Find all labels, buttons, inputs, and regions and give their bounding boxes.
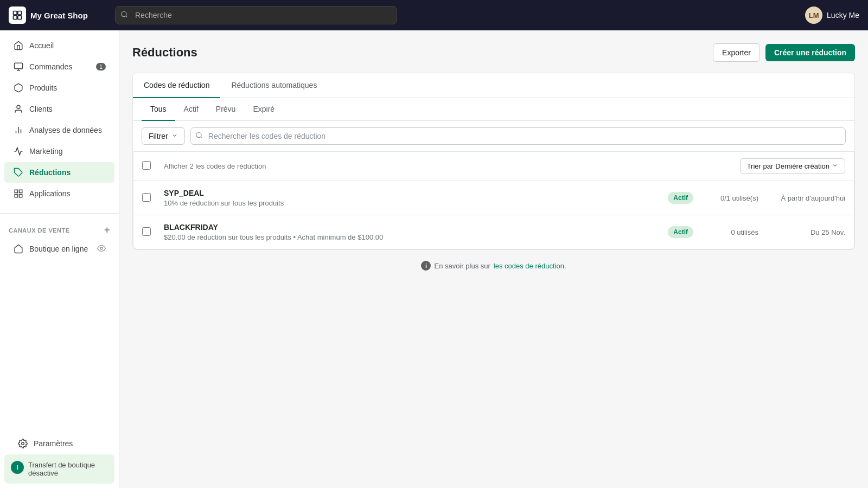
status-tab-actif[interactable]: Actif [175,98,207,121]
svg-line-21 [200,137,202,138]
search-bar[interactable] [115,6,397,24]
main-tabs: Codes de réduction Réductions automatiqu… [133,73,854,98]
row-checkbox[interactable] [142,227,151,236]
status-tab-tous[interactable]: Tous [142,98,175,121]
tab-reductions-automatiques[interactable]: Réductions automatiques [220,73,328,98]
table-header: Afficher 2 les codes de réduction Trier … [133,152,854,181]
row-checkbox-col[interactable] [142,193,164,203]
sidebar-item-label: Commandes [29,62,72,71]
svg-point-18 [100,247,103,249]
sidebar-item-marketing[interactable]: Marketing [4,141,114,162]
table-select-label: Afficher 2 les codes de réduction [164,162,740,170]
sidebar-item-label: Boutique en ligne [29,245,88,253]
clients-icon [13,104,24,114]
sidebar-item-produits[interactable]: Produits [4,78,114,98]
store-icon [13,243,24,254]
transfer-info-icon: i [11,461,24,474]
svg-rect-16 [20,195,22,197]
info-bar: i En savoir plus sur les codes de réduct… [132,250,855,281]
discount-date: À partir d'aujourd'hui [758,194,845,202]
analytics-icon [13,125,24,136]
search-input[interactable] [115,6,397,24]
sidebar: Accueil Commandes 1 Produits [0,30,119,488]
svg-line-5 [126,16,127,17]
svg-rect-1 [18,11,22,15]
discount-search[interactable] [190,127,846,145]
shop-logo-icon [9,7,26,24]
orders-icon [13,61,24,72]
discount-search-input[interactable] [190,127,846,145]
page-header: Réductions Exporter Créer une réduction [132,43,855,62]
info-link[interactable]: les codes de réduction. [494,262,566,270]
sales-channels-title: CANAUX DE VENTE + [0,218,119,238]
status-badge: Actif [668,226,693,238]
svg-rect-14 [15,190,17,192]
row-checkbox[interactable] [142,193,151,202]
select-all-checkbox[interactable] [142,161,151,170]
sidebar-item-clients[interactable]: Clients [4,99,114,119]
sidebar-item-analyses[interactable]: Analyses de données [4,120,114,140]
home-icon [13,40,24,51]
svg-point-19 [22,442,24,445]
sidebar-item-label: Marketing [29,147,62,156]
sidebar-item-label: Analyses de données [29,126,102,134]
svg-rect-2 [14,16,17,20]
info-icon: i [421,261,431,271]
discount-description: 10% de réduction sur tous les produits [164,199,668,207]
sidebar-item-reductions[interactable]: Réductions [4,162,114,183]
sidebar-item-commandes[interactable]: Commandes 1 [4,56,114,77]
filter-chevron-icon [171,132,178,140]
export-button[interactable]: Exporter [713,43,760,62]
discount-info: SYP_DEAL 10% de réduction sur tous les p… [164,189,668,207]
create-reduction-button[interactable]: Créer une réduction [765,44,855,61]
sort-button[interactable]: Trier par Dernière création [740,158,845,174]
discounts-table: Afficher 2 les codes de réduction Trier … [133,152,854,249]
main-content: Réductions Exporter Créer une réduction … [119,30,868,488]
discount-info: BLACKFRIDAY $20.00 de réduction sur tous… [164,223,668,241]
header-actions: Exporter Créer une réduction [713,43,855,62]
apps-icon [13,188,24,199]
search-icon [120,11,128,20]
reductions-icon [13,167,24,178]
filter-button[interactable]: Filtrer [142,127,185,145]
discount-name: SYP_DEAL [164,189,668,197]
boutique-visibility-icon[interactable] [97,244,106,254]
discount-name: BLACKFRIDAY [164,223,668,232]
user-name: Lucky Me [827,11,859,20]
sidebar-item-label: Paramètres [34,439,73,448]
sidebar-item-label: Produits [29,84,57,92]
shop-logo[interactable]: My Great Shop [9,7,106,24]
tab-codes-reduction[interactable]: Codes de réduction [133,73,220,98]
discount-usage: 0 utilisés [693,228,758,236]
discount-description: $20.00 de réduction sur tous les produit… [164,233,668,241]
marketing-icon [13,146,24,157]
settings-icon [17,438,28,449]
status-tabs: Tous Actif Prévu Expiré [133,98,854,121]
status-tab-prevu[interactable]: Prévu [207,98,245,121]
svg-point-20 [196,132,201,137]
svg-point-4 [122,11,126,16]
sidebar-item-label: Applications [29,189,71,198]
sidebar-item-boutique[interactable]: Boutique en ligne [4,239,114,259]
shop-name: My Great Shop [30,11,88,20]
svg-rect-15 [20,190,22,192]
select-all-checkbox-col[interactable] [142,161,164,171]
sidebar-item-parametres[interactable]: Paramètres [9,433,110,454]
transfer-notice-text: Transfert de boutique désactivé [28,461,108,477]
svg-rect-17 [15,195,17,197]
avatar: LM [805,7,822,24]
row-checkbox-col[interactable] [142,227,164,237]
page-title: Réductions [132,46,197,60]
discount-usage: 0/1 utilisé(s) [693,194,758,202]
table-row[interactable]: BLACKFRIDAY $20.00 de réduction sur tous… [133,215,854,249]
table-row[interactable]: SYP_DEAL 10% de réduction sur tous les p… [133,181,854,215]
svg-rect-3 [18,16,22,20]
sidebar-item-applications[interactable]: Applications [4,183,114,204]
sort-label: Trier par [747,162,774,170]
status-tab-expire[interactable]: Expiré [244,98,283,121]
transfer-notice: i Transfert de boutique désactivé [4,454,114,484]
sidebar-item-accueil[interactable]: Accueil [4,35,114,56]
svg-rect-0 [14,11,17,15]
svg-point-9 [17,105,20,108]
add-sales-channel-btn[interactable]: + [104,224,110,236]
